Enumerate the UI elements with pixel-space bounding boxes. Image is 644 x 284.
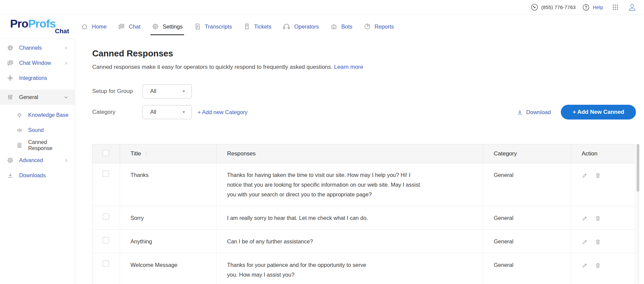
gear-icon xyxy=(152,23,159,30)
row-title: Sorry xyxy=(120,206,217,230)
row-response: Thanks for your patience and for the opp… xyxy=(227,262,366,278)
group-filter-select[interactable]: All xyxy=(143,84,192,98)
sidebar-item-knowledge-base[interactable]: Knowledge Base xyxy=(0,107,75,123)
sidebar-item-channels[interactable]: Channels xyxy=(0,40,75,55)
sidebar-item-canned-response[interactable]: Canned Response xyxy=(0,138,75,153)
main-content: Canned Responses Canned responses make i… xyxy=(75,38,644,284)
select-row-checkbox[interactable] xyxy=(103,214,109,220)
globe-network-icon xyxy=(7,44,14,51)
edit-pencil-icon[interactable] xyxy=(582,262,588,269)
column-header-responses: Responses xyxy=(217,144,483,163)
table-row: Welcome Message Thanks for your patience… xyxy=(93,253,635,284)
nav-item-reports[interactable]: Reports xyxy=(364,15,394,38)
hub-icon xyxy=(7,75,14,82)
speaker-icon xyxy=(16,127,23,134)
sidebar-item-label: Integrations xyxy=(19,75,47,81)
proprofs-logo[interactable]: ProProfs Chat xyxy=(0,15,75,38)
chat-window-icon xyxy=(7,59,14,66)
document-icon xyxy=(194,23,201,30)
sidebar-item-chat-window[interactable]: Chat Window xyxy=(0,55,75,70)
lightbulb-icon xyxy=(16,112,23,119)
sidebar-item-label: Sound xyxy=(28,127,44,133)
table-row: Anything Can I be of any further assista… xyxy=(93,230,635,253)
nav-item-tickets[interactable]: Tickets xyxy=(243,15,272,38)
nav-label: Operators xyxy=(294,23,319,30)
add-new-category-link[interactable]: + Add new Category xyxy=(198,109,248,115)
nav-label: Bots xyxy=(341,23,353,30)
gear-icon xyxy=(7,157,14,164)
select-row-checkbox[interactable] xyxy=(103,261,109,267)
row-title: Welcome Message xyxy=(120,253,217,284)
nav-label: Settings xyxy=(163,23,183,30)
column-header-action: Action xyxy=(571,144,635,163)
sidebar-item-label: Channels xyxy=(19,45,42,51)
settings-sidebar: Channels Chat Window Integrations Genera… xyxy=(0,38,75,284)
nav-item-bots[interactable]: Bots xyxy=(330,15,353,38)
add-new-canned-button[interactable]: + Add New Canned xyxy=(561,105,636,120)
select-row-checkbox[interactable] xyxy=(103,237,109,243)
sidebar-item-downloads[interactable]: Downloads xyxy=(0,168,75,183)
sidebar-item-general[interactable]: General xyxy=(0,90,75,105)
nav-label: Tickets xyxy=(254,23,272,30)
user-avatar-icon[interactable] xyxy=(628,3,637,12)
delete-trash-icon[interactable] xyxy=(595,172,601,179)
row-title: Thanks xyxy=(120,163,217,206)
sidebar-item-sound[interactable]: Sound xyxy=(0,123,75,138)
column-header-category: Category xyxy=(483,144,571,163)
table-header-row: Title Responses Category Action xyxy=(93,144,635,163)
top-bar: (855) 776-7763 Help xyxy=(0,0,644,15)
canned-responses-table: Title Responses Category Action Thanks T… xyxy=(92,144,635,284)
row-category: General xyxy=(483,253,571,284)
chevron-right-icon xyxy=(63,158,69,163)
download-icon xyxy=(517,109,523,115)
page-title: Canned Responses xyxy=(92,48,644,59)
nav-label: Home xyxy=(92,23,107,30)
select-all-checkbox[interactable] xyxy=(103,150,109,156)
support-phone-number: (855) 776-7763 xyxy=(541,4,576,10)
question-icon xyxy=(582,4,590,11)
row-title: Anything xyxy=(120,230,217,253)
table-scrollbar-thumb[interactable] xyxy=(637,144,639,192)
sidebar-item-integrations[interactable]: Integrations xyxy=(0,70,75,86)
delete-trash-icon[interactable] xyxy=(595,215,601,222)
edit-pencil-icon[interactable] xyxy=(582,239,588,245)
help-label: Help xyxy=(593,4,603,10)
delete-trash-icon[interactable] xyxy=(595,262,601,269)
sidebar-item-advanced[interactable]: Advanced xyxy=(0,153,75,168)
chat-icon xyxy=(118,23,125,30)
nav-item-operators[interactable]: Operators xyxy=(282,15,319,38)
group-filter-value: All xyxy=(150,88,156,94)
help-link[interactable]: Help xyxy=(582,4,603,11)
sidebar-item-label: General xyxy=(19,94,38,100)
delete-trash-icon[interactable] xyxy=(595,239,601,245)
column-header-title: Title xyxy=(130,150,141,157)
chevron-right-icon xyxy=(63,60,69,66)
apps-grid-icon[interactable] xyxy=(612,4,619,11)
document-lines-icon xyxy=(16,142,23,149)
table-row: Sorry I am really sorry to hear that. Le… xyxy=(93,206,635,230)
row-response: I am really sorry to hear that. Let me c… xyxy=(227,215,368,221)
chevron-right-icon xyxy=(63,45,69,51)
edit-pencil-icon[interactable] xyxy=(582,172,588,179)
app-header: ProProfs Chat Home Chat Settings Transcr… xyxy=(0,15,644,38)
nav-item-transcripts[interactable]: Transcripts xyxy=(194,15,232,38)
table-scrollbar xyxy=(637,144,639,284)
nav-item-chat[interactable]: Chat xyxy=(118,15,141,38)
category-filter-label: Category xyxy=(92,109,143,115)
edit-pencil-icon[interactable] xyxy=(582,215,588,222)
download-link[interactable]: Download xyxy=(517,109,551,115)
pie-chart-icon xyxy=(364,23,371,30)
group-filter-label: Setup for Group xyxy=(92,88,143,95)
sort-icon[interactable] xyxy=(144,151,149,156)
learn-more-link[interactable]: Learn more xyxy=(334,64,363,70)
download-icon xyxy=(7,172,14,179)
logo-text-profs: Profs xyxy=(28,17,56,30)
ticket-icon xyxy=(243,23,251,30)
category-filter-select[interactable]: All xyxy=(143,105,192,119)
download-label: Download xyxy=(526,109,551,115)
select-row-checkbox[interactable] xyxy=(103,171,109,177)
nav-item-settings[interactable]: Settings xyxy=(152,15,183,38)
sidebar-item-label: Canned Response xyxy=(28,139,69,151)
nav-item-home[interactable]: Home xyxy=(81,15,107,38)
caret-down-icon xyxy=(180,88,187,95)
